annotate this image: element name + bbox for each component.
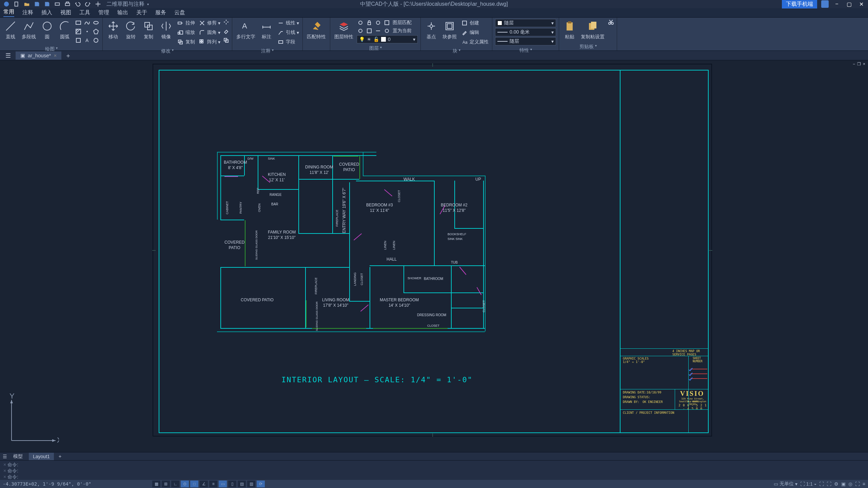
linear-dim-button[interactable]: 线性 ▾ [276, 19, 300, 27]
layer-d-icon[interactable] [383, 27, 391, 35]
vp-close-icon[interactable]: × [863, 62, 865, 66]
polar-toggle[interactable]: ⊙ [181, 481, 189, 487]
menu-service[interactable]: 服务 [155, 9, 166, 16]
fullscreen-icon[interactable]: ⛶ [855, 481, 860, 487]
snap-toggle[interactable]: ⊞ [162, 481, 170, 487]
user-avatar-icon[interactable] [821, 0, 829, 8]
add-document-tab-button[interactable]: ＋ [64, 52, 72, 59]
save-icon[interactable] [33, 0, 41, 8]
isolate-icon[interactable]: ◎ [848, 481, 852, 487]
point-icon[interactable] [83, 28, 91, 35]
close-tab-icon[interactable]: × [54, 53, 57, 58]
hardware-icon[interactable]: ▣ [841, 481, 846, 487]
erase-icon[interactable] [223, 28, 229, 36]
panel-title-annotate[interactable]: 注释 [232, 47, 302, 55]
open-icon[interactable] [23, 0, 31, 8]
maximize-button[interactable]: ▢ [845, 1, 853, 7]
layer-freeze-icon[interactable] [357, 19, 364, 26]
line-button[interactable]: 直线 [3, 19, 18, 41]
workspace-icon[interactable]: ⚙ [834, 481, 839, 487]
menu-common[interactable]: 常用 [3, 8, 14, 17]
drawing-viewport[interactable]: − ❐ × INTERIOR LAYOUT – SCALE: 1/4" = 1'… [0, 60, 868, 452]
cut-icon[interactable] [608, 19, 614, 27]
linetype-dropdown[interactable]: 随层▾ [495, 37, 556, 45]
blockref-button[interactable]: 块参照 [441, 19, 458, 41]
menu-insert[interactable]: 插入 [41, 9, 52, 16]
panel-title-props[interactable]: 特性 [492, 47, 559, 54]
dim-button[interactable]: 标注 [259, 19, 274, 41]
polygon-icon[interactable] [92, 28, 100, 35]
drawer-menu-button[interactable]: ☰ [3, 52, 13, 59]
layer-c-icon[interactable] [374, 27, 382, 35]
anno-vis-icon[interactable]: ⛶ [819, 481, 824, 487]
color-dropdown[interactable]: 随层▾ [495, 19, 556, 27]
fillet-button[interactable]: 圆角 ▾ [198, 28, 221, 37]
array-button[interactable]: 阵列 ▾ [198, 38, 221, 46]
explode-icon[interactable] [223, 19, 229, 27]
tabs-menu-icon[interactable]: ☰ [3, 454, 7, 459]
panel-title-block[interactable]: 块 [421, 47, 492, 55]
paste-button[interactable]: 粘贴 [562, 19, 577, 41]
anno-auto-icon[interactable]: ⛶ [827, 481, 831, 487]
offset-icon[interactable] [223, 37, 229, 45]
spline-icon[interactable] [83, 19, 91, 26]
scale-button[interactable]: 缩放 [176, 28, 196, 37]
grid-toggle[interactable]: ▦ [152, 481, 160, 487]
trim-button[interactable]: 修剪 ▾ [198, 19, 221, 27]
setcurrent-button[interactable]: 置为当前 [392, 27, 412, 35]
field-button[interactable]: 字段 [276, 38, 300, 46]
dyn-toggle[interactable]: ▭ [219, 481, 227, 487]
app-logo-icon[interactable] [3, 0, 10, 8]
mirror-button[interactable]: 镜像 [158, 19, 174, 41]
anno-scale-button[interactable]: ⛶ 1:1 ▾ [800, 481, 816, 487]
new-icon[interactable] [13, 0, 20, 8]
menu-output[interactable]: 输出 [117, 9, 128, 16]
layer-lock-icon[interactable] [366, 19, 373, 26]
copy2-button[interactable]: 复制 [176, 38, 196, 46]
mtext-button[interactable]: A多行文字 [235, 19, 257, 41]
layer-b-icon[interactable] [366, 27, 373, 35]
panel-title-layers[interactable]: 图层 [330, 45, 420, 52]
layermatch-button[interactable]: 图层匹配 [392, 19, 412, 26]
saveas-icon[interactable] [43, 0, 51, 8]
vp-minimize-icon[interactable]: − [853, 62, 855, 66]
panel-title-modify[interactable]: 修改 [103, 47, 232, 55]
ortho-toggle[interactable]: ∟ [171, 481, 179, 487]
undo-icon[interactable] [74, 0, 81, 8]
arc-button[interactable]: 圆弧 [57, 19, 73, 41]
otrack-toggle[interactable]: ∠ [200, 481, 208, 487]
model-tab[interactable]: 模型 [9, 452, 27, 461]
osnap-toggle[interactable]: □ [190, 481, 198, 487]
leader-button[interactable]: 引线 ▾ [276, 28, 300, 37]
minimize-button[interactable]: − [833, 1, 841, 7]
customize-icon[interactable]: ≡ [863, 481, 865, 487]
layer-dropdown[interactable]: 💡 ☀ 🔓 0 ▾ [357, 35, 418, 43]
layer-a-icon[interactable] [357, 27, 364, 35]
cycle-toggle[interactable]: ⟳ [257, 481, 265, 487]
menu-annotate[interactable]: 注释 [22, 9, 33, 16]
stretch-button[interactable]: 拉伸 [176, 19, 196, 27]
download-mobile-button[interactable]: 下载手机端 [782, 0, 817, 8]
lineweight-dropdown[interactable]: 0.00 毫米▾ [495, 28, 556, 36]
ellipse-icon[interactable] [92, 19, 100, 26]
matchprop-button[interactable]: 匹配特性 [305, 19, 327, 41]
hatch-icon[interactable] [75, 28, 82, 35]
vp-restore-icon[interactable]: ❐ [857, 62, 861, 66]
edit-block-button[interactable]: 编辑 [460, 28, 489, 37]
basepoint-button[interactable]: 基点 [423, 19, 439, 41]
menu-tools[interactable]: 工具 [79, 9, 90, 16]
qp-toggle[interactable]: ▤ [238, 481, 246, 487]
close-button[interactable]: ✕ [857, 1, 865, 7]
circle-button[interactable]: 圆 [39, 19, 55, 41]
menu-manage[interactable]: 管理 [98, 9, 109, 16]
text-icon[interactable]: A [83, 37, 91, 44]
menu-cloud[interactable]: 云盘 [174, 9, 185, 16]
command-area[interactable]: × 命令: × 命令: × 命令: [0, 460, 868, 480]
menu-view[interactable]: 视图 [60, 9, 71, 16]
model-toggle[interactable]: ▯ [228, 481, 236, 487]
layerprops-button[interactable]: 图层特性 [333, 19, 355, 41]
rotate-button[interactable]: 旋转 [123, 19, 139, 41]
units-button[interactable]: ▭ 无单位 ▾ [774, 481, 797, 487]
copy-button[interactable]: 复制 [141, 19, 156, 41]
layer-off-icon[interactable] [374, 19, 382, 26]
